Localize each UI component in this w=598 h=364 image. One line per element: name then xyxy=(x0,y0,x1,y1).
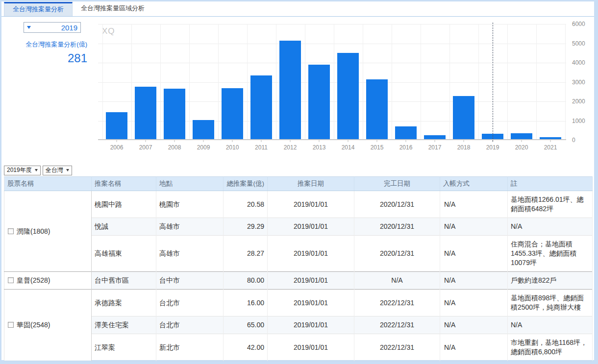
launch-date-cell: 2019/01/01 xyxy=(268,334,354,361)
x-tick-label: 2015 xyxy=(371,144,384,151)
project-name-cell: 悅誠 xyxy=(92,218,156,236)
table-row: 江翠案新北市42.002019/01/012022/12/31N/A市地重劃，基… xyxy=(4,334,593,361)
bar-2012[interactable] xyxy=(279,41,301,139)
gridline xyxy=(363,24,363,139)
chart-section: 2019 全台灣推案量分析(億) 281 XQ 2006200720082009… xyxy=(1,17,594,164)
volume-cell: 42.00 xyxy=(224,334,268,361)
stock-checkbox[interactable] xyxy=(8,228,14,234)
x-tick-label: 2017 xyxy=(428,144,442,151)
tab-2[interactable]: 全台灣推案量區域分析 xyxy=(73,2,153,16)
x-tick-label: 2021 xyxy=(544,144,557,151)
table-row: 皇普(2528)台中舊市區台中市80.002019/01/01N/AN/A戶數約… xyxy=(4,272,593,290)
project-name-cell: 桃園中路 xyxy=(92,191,156,218)
gridline xyxy=(276,24,276,139)
bar-2018[interactable] xyxy=(453,96,474,139)
note-cell: 基地面積898坪、總銷面積2500坪，純商辦大樓 xyxy=(508,290,593,316)
region-filter-value: 全台灣 xyxy=(46,166,63,174)
bar-2020[interactable] xyxy=(511,133,532,139)
x-axis-tick xyxy=(550,140,551,142)
stock-checkbox[interactable] xyxy=(8,322,14,328)
stock-checkbox[interactable] xyxy=(8,277,14,283)
project-name-cell: 台中舊市區 xyxy=(92,272,156,290)
gridline xyxy=(334,24,334,139)
y-tick-label: 4000 xyxy=(572,59,585,66)
table-row: 潭美住宅案台北市65.002019/01/012022/12/31N/AN/A xyxy=(4,316,593,334)
bar-2008[interactable] xyxy=(164,89,185,139)
panel-year-value: 2019 xyxy=(61,24,77,32)
gridline xyxy=(507,24,508,139)
x-axis-tick xyxy=(174,140,175,142)
location-cell: 桃園市 xyxy=(156,191,224,218)
booking-method-cell: N/A xyxy=(440,316,508,334)
region-filter-select[interactable]: 全台灣 xyxy=(43,166,72,175)
stock-name: 潤隆(1808) xyxy=(17,227,50,235)
launch-date-cell: 2019/01/01 xyxy=(268,218,354,236)
note-cell: 基地面積1266.01坪、總銷面積6482坪 xyxy=(508,191,593,218)
completion-date-cell: 2020/12/31 xyxy=(354,218,440,236)
x-tick-label: 2008 xyxy=(168,144,181,151)
x-axis-tick xyxy=(348,140,349,142)
table-row: 潤隆(1808)桃園中路桃園市20.582019/01/012020/12/31… xyxy=(4,191,593,218)
volume-cell: 16.00 xyxy=(224,290,268,316)
column-header: 總推案量(億) xyxy=(224,177,268,191)
x-tick-label: 2011 xyxy=(255,144,268,151)
tab-1[interactable]: 全台灣推案量分析 xyxy=(4,2,73,16)
dropdown-arrow-icon xyxy=(66,169,69,171)
column-header: 地點 xyxy=(156,177,224,191)
completion-date-cell: 2022/12/31 xyxy=(354,290,440,316)
x-axis-tick xyxy=(319,140,320,142)
gridline xyxy=(392,24,392,139)
x-tick-label: 2009 xyxy=(197,144,210,151)
chart-plot-area: XQ 2006200720082009201020112012201320142… xyxy=(98,24,566,140)
gridline xyxy=(98,63,566,63)
metric-label: 全台灣推案量分析(億) xyxy=(6,40,87,49)
volume-cell: 65.00 xyxy=(224,316,268,334)
bar-2016[interactable] xyxy=(395,126,417,139)
launch-date-cell: 2019/01/01 xyxy=(268,290,354,316)
gridline xyxy=(565,24,566,139)
bar-2017[interactable] xyxy=(424,135,446,139)
metric-value: 281 xyxy=(6,51,87,65)
gridline xyxy=(98,82,566,83)
x-tick-label: 2012 xyxy=(284,144,297,151)
completion-date-cell: N/A xyxy=(354,272,440,290)
xq-watermark: XQ xyxy=(102,26,115,36)
launch-date-cell: 2019/01/01 xyxy=(268,236,354,272)
bar-2011[interactable] xyxy=(250,75,272,139)
y-tick-label: 6000 xyxy=(572,21,585,27)
bar-2007[interactable] xyxy=(135,87,156,139)
table-filter-row: 2019年度 全台灣 xyxy=(1,164,594,176)
location-cell: 台北市 xyxy=(156,290,224,316)
booking-method-cell: N/A xyxy=(440,191,508,218)
y-axis: 0100020003000400050006000 xyxy=(572,24,594,140)
x-tick-label: 2006 xyxy=(110,144,124,151)
bar-2009[interactable] xyxy=(193,120,214,140)
gridline xyxy=(421,24,421,139)
gridline xyxy=(98,24,566,24)
table-row: 華固(2548)承德路案台北市16.002019/01/012022/12/31… xyxy=(4,290,593,316)
location-cell: 新北市 xyxy=(156,334,224,361)
note-cell: 戶數約達822戶 xyxy=(508,272,593,290)
bar-2014[interactable] xyxy=(337,53,359,139)
year-filter-select[interactable]: 2019年度 xyxy=(4,166,41,175)
bar-2010[interactable] xyxy=(222,88,243,139)
x-axis-tick xyxy=(261,140,262,142)
launch-date-cell: 2019/01/01 xyxy=(268,272,354,290)
project-name-cell: 潭美住宅案 xyxy=(92,316,156,334)
bar-2015[interactable] xyxy=(366,79,388,139)
panel-year-dropdown[interactable]: 2019 xyxy=(24,22,81,33)
x-axis-tick xyxy=(146,140,146,142)
projects-table: 股票名稱推案名稱地點總推案量(億)推案日期完工日期入帳方式註 潤隆(1808)桃… xyxy=(4,176,593,361)
project-name-cell: 高雄福東 xyxy=(92,236,156,272)
booking-method-cell: N/A xyxy=(440,290,508,316)
x-axis-tick xyxy=(203,140,204,142)
bar-2006[interactable] xyxy=(106,112,127,139)
column-header: 推案名稱 xyxy=(92,177,156,191)
gridline xyxy=(218,24,219,139)
y-tick-label: 0 xyxy=(572,137,575,144)
bar-2021[interactable] xyxy=(540,137,561,139)
x-axis-tick xyxy=(377,140,377,142)
gridline xyxy=(536,24,537,139)
bar-2013[interactable] xyxy=(308,65,330,139)
booking-method-cell: N/A xyxy=(440,334,508,361)
